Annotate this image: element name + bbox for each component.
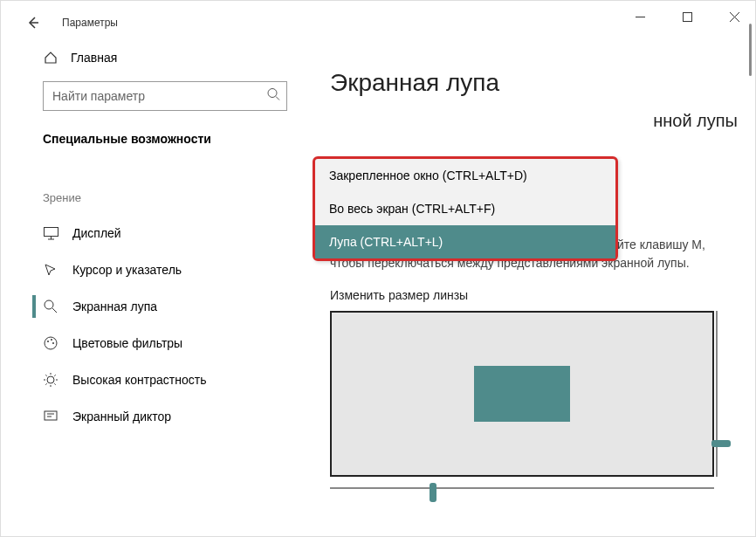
sub-title-tail: нной лупы [653,111,738,130]
lens-size-label: Изменить размер линзы [330,288,755,302]
view-dropdown: Закрепленное окно (CTRL+ALT+D) Во весь э… [313,156,618,261]
arrow-left-icon [26,16,40,30]
home-label: Главная [71,51,117,65]
sidebar-item-label: Цветовые фильтры [72,336,182,350]
monitor-icon [43,225,58,241]
close-button[interactable] [720,6,748,27]
sidebar-item-magnifier[interactable]: Экранная лупа [1,288,308,325]
svg-rect-2 [44,227,58,236]
minimize-button[interactable] [626,6,654,27]
scrollbar[interactable] [749,24,752,76]
page-title: Экранная лупа [330,38,755,114]
svg-point-7 [52,342,54,344]
svg-point-6 [51,339,52,341]
narrator-icon [43,409,58,424]
lens-width-slider[interactable] [330,480,714,496]
svg-point-1 [268,89,277,98]
slider-thumb[interactable] [430,483,436,502]
search-icon [267,88,280,105]
home-nav[interactable]: Главная [1,41,308,74]
lens-preview-box [330,311,714,477]
back-button[interactable] [20,16,46,30]
sidebar: Главная Специальные возможности Зрение Д… [1,38,308,536]
sidebar-item-cursor[interactable]: Курсор и указатель [1,251,308,288]
cursor-icon [43,262,58,278]
slider-thumb[interactable] [711,440,731,447]
maximize-button[interactable] [673,6,701,27]
lens-rect [474,366,570,422]
svg-rect-0 [683,12,691,21]
sidebar-item-display[interactable]: Дисплей [1,215,308,251]
lens-preview-area [330,311,714,477]
main-content: Экранная лупа нной лупы Закрепленное окн… [308,38,755,536]
slider-track [716,311,718,477]
dropdown-item-lens[interactable]: Лупа (CTRL+ALT+L) [315,225,615,258]
search-wrap [43,81,287,111]
search-input[interactable] [43,81,287,111]
window-controls [626,6,748,27]
contrast-icon [43,372,58,388]
palette-icon [43,335,58,351]
sidebar-item-narrator[interactable]: Экранный диктор [1,398,308,435]
home-icon [43,50,58,65]
lens-height-slider[interactable] [709,311,725,477]
section-title: Специальные возможности [1,127,308,153]
sidebar-item-label: Высокая контрастность [72,373,206,387]
sidebar-item-high-contrast[interactable]: Высокая контрастность [1,361,308,398]
window-title: Параметры [62,17,118,29]
svg-point-4 [45,337,57,349]
sidebar-item-label: Экранная лупа [72,299,157,313]
group-label: Зрение [1,153,308,215]
svg-point-8 [47,376,54,383]
dropdown-item-docked[interactable]: Закрепленное окно (CTRL+ALT+D) [315,159,615,192]
sidebar-item-label: Курсор и указатель [72,263,182,277]
svg-rect-9 [45,411,57,420]
dropdown-item-fullscreen[interactable]: Во весь экран (CTRL+ALT+F) [315,192,615,225]
close-icon [730,12,739,22]
minimize-icon [636,12,645,22]
svg-point-3 [45,300,53,309]
sidebar-item-label: Дисплей [72,226,121,240]
slider-track [330,487,714,489]
sidebar-item-color-filters[interactable]: Цветовые фильтры [1,325,308,361]
svg-point-5 [47,341,49,342]
magnifier-icon [43,299,58,314]
maximize-icon [683,12,692,22]
sidebar-item-label: Экранный диктор [72,410,171,423]
